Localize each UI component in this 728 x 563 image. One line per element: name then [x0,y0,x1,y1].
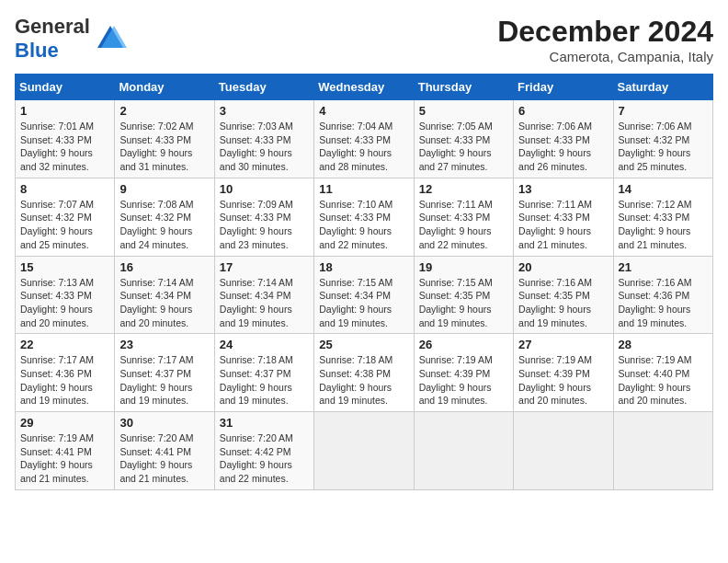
day-number: 12 [419,182,508,196]
logo-icon [94,22,127,55]
month-title: December 2024 [497,15,713,49]
calendar-cell: 14Sunrise: 7:12 AMSunset: 4:33 PMDayligh… [613,178,712,256]
day-number: 11 [319,182,408,196]
calendar-cell: 8Sunrise: 7:07 AMSunset: 4:32 PMDaylight… [16,178,115,256]
day-number: 18 [319,260,408,274]
day-info: Sunrise: 7:15 AMSunset: 4:35 PMDaylight:… [419,276,508,330]
calendar-cell [613,412,712,490]
day-number: 20 [518,260,608,274]
calendar-cell: 24Sunrise: 7:18 AMSunset: 4:37 PMDayligh… [214,334,313,412]
day-info: Sunrise: 7:14 AMSunset: 4:34 PMDaylight:… [220,276,309,330]
day-number: 22 [20,338,109,351]
day-info: Sunrise: 7:20 AMSunset: 4:41 PMDaylight:… [119,431,209,486]
calendar-body: 1Sunrise: 7:01 AMSunset: 4:33 PMDaylight… [16,100,713,490]
day-number: 14 [619,182,708,196]
logo-general: General [15,15,90,38]
calendar-cell: 18Sunrise: 7:15 AMSunset: 4:34 PMDayligh… [314,256,414,334]
calendar-week-4: 22Sunrise: 7:17 AMSunset: 4:36 PMDayligh… [16,334,713,412]
day-info: Sunrise: 7:19 AMSunset: 4:40 PMDaylight:… [619,353,708,408]
day-number: 7 [619,104,708,118]
day-number: 24 [220,338,309,351]
day-info: Sunrise: 7:10 AMSunset: 4:33 PMDaylight:… [319,198,408,252]
calendar-cell: 28Sunrise: 7:19 AMSunset: 4:40 PMDayligh… [613,334,712,412]
day-number: 16 [119,260,209,274]
calendar-cell: 12Sunrise: 7:11 AMSunset: 4:33 PMDayligh… [414,178,513,256]
day-number: 2 [119,104,209,118]
calendar-cell: 21Sunrise: 7:16 AMSunset: 4:36 PMDayligh… [613,256,712,334]
day-number: 3 [220,104,309,118]
calendar-week-2: 8Sunrise: 7:07 AMSunset: 4:32 PMDaylight… [16,178,713,256]
calendar-table: SundayMondayTuesdayWednesdayThursdayFrid… [15,74,713,490]
calendar-cell: 1Sunrise: 7:01 AMSunset: 4:33 PMDaylight… [16,100,115,178]
day-number: 8 [20,182,109,196]
day-number: 1 [20,104,109,118]
calendar-cell: 3Sunrise: 7:03 AMSunset: 4:33 PMDaylight… [214,100,313,178]
calendar-header-row: SundayMondayTuesdayWednesdayThursdayFrid… [16,75,713,100]
day-number: 4 [319,104,408,118]
header: General Blue December 2024 Camerota, Cam… [15,15,713,64]
day-info: Sunrise: 7:06 AMSunset: 4:33 PMDaylight:… [518,120,608,174]
calendar-cell: 25Sunrise: 7:18 AMSunset: 4:38 PMDayligh… [314,334,414,412]
day-info: Sunrise: 7:05 AMSunset: 4:33 PMDaylight:… [419,120,508,174]
day-number: 31 [220,416,309,430]
day-info: Sunrise: 7:08 AMSunset: 4:32 PMDaylight:… [119,198,209,252]
calendar-cell: 19Sunrise: 7:15 AMSunset: 4:35 PMDayligh… [414,256,513,334]
calendar-header-tuesday: Tuesday [214,75,313,100]
day-info: Sunrise: 7:17 AMSunset: 4:37 PMDaylight:… [119,353,209,408]
day-info: Sunrise: 7:11 AMSunset: 4:33 PMDaylight:… [419,198,508,252]
day-info: Sunrise: 7:18 AMSunset: 4:37 PMDaylight:… [220,353,309,408]
calendar-cell: 13Sunrise: 7:11 AMSunset: 4:33 PMDayligh… [514,178,613,256]
day-number: 29 [20,416,109,430]
day-info: Sunrise: 7:20 AMSunset: 4:42 PMDaylight:… [220,431,309,486]
calendar-cell: 4Sunrise: 7:04 AMSunset: 4:33 PMDaylight… [314,100,414,178]
day-number: 17 [220,260,309,274]
calendar-header-saturday: Saturday [613,75,712,100]
day-number: 10 [220,182,309,196]
calendar-week-1: 1Sunrise: 7:01 AMSunset: 4:33 PMDaylight… [16,100,713,178]
calendar-cell [414,412,513,490]
day-info: Sunrise: 7:19 AMSunset: 4:39 PMDaylight:… [419,353,508,408]
calendar-cell: 23Sunrise: 7:17 AMSunset: 4:37 PMDayligh… [115,334,214,412]
calendar-cell: 2Sunrise: 7:02 AMSunset: 4:33 PMDaylight… [115,100,214,178]
day-info: Sunrise: 7:16 AMSunset: 4:35 PMDaylight:… [518,276,608,330]
calendar-cell: 31Sunrise: 7:20 AMSunset: 4:42 PMDayligh… [214,412,313,490]
day-info: Sunrise: 7:09 AMSunset: 4:33 PMDaylight:… [220,198,309,252]
day-info: Sunrise: 7:14 AMSunset: 4:34 PMDaylight:… [119,276,209,330]
calendar-cell: 5Sunrise: 7:05 AMSunset: 4:33 PMDaylight… [414,100,513,178]
day-number: 5 [419,104,508,118]
day-info: Sunrise: 7:12 AMSunset: 4:33 PMDaylight:… [619,198,708,252]
calendar-cell: 10Sunrise: 7:09 AMSunset: 4:33 PMDayligh… [214,178,313,256]
day-info: Sunrise: 7:19 AMSunset: 4:41 PMDaylight:… [20,431,109,486]
calendar-week-5: 29Sunrise: 7:19 AMSunset: 4:41 PMDayligh… [16,412,713,490]
calendar-cell [314,412,414,490]
day-info: Sunrise: 7:01 AMSunset: 4:33 PMDaylight:… [20,120,109,174]
location-title: Camerota, Campania, Italy [497,49,713,64]
calendar-cell: 20Sunrise: 7:16 AMSunset: 4:35 PMDayligh… [514,256,613,334]
calendar-cell: 15Sunrise: 7:13 AMSunset: 4:33 PMDayligh… [16,256,115,334]
logo-blue: Blue [15,39,59,62]
calendar-header-sunday: Sunday [16,75,115,100]
calendar-cell: 26Sunrise: 7:19 AMSunset: 4:39 PMDayligh… [414,334,513,412]
calendar-cell: 30Sunrise: 7:20 AMSunset: 4:41 PMDayligh… [115,412,214,490]
calendar-cell: 11Sunrise: 7:10 AMSunset: 4:33 PMDayligh… [314,178,414,256]
calendar-cell: 17Sunrise: 7:14 AMSunset: 4:34 PMDayligh… [214,256,313,334]
day-number: 27 [518,338,608,351]
day-info: Sunrise: 7:15 AMSunset: 4:34 PMDaylight:… [319,276,408,330]
day-info: Sunrise: 7:13 AMSunset: 4:33 PMDaylight:… [20,276,109,330]
day-info: Sunrise: 7:16 AMSunset: 4:36 PMDaylight:… [619,276,708,330]
day-info: Sunrise: 7:03 AMSunset: 4:33 PMDaylight:… [220,120,309,174]
day-info: Sunrise: 7:04 AMSunset: 4:33 PMDaylight:… [319,120,408,174]
calendar-week-3: 15Sunrise: 7:13 AMSunset: 4:33 PMDayligh… [16,256,713,334]
calendar-cell: 22Sunrise: 7:17 AMSunset: 4:36 PMDayligh… [16,334,115,412]
day-number: 21 [619,260,708,274]
calendar-header-friday: Friday [514,75,613,100]
day-number: 19 [419,260,508,274]
day-info: Sunrise: 7:07 AMSunset: 4:32 PMDaylight:… [20,198,109,252]
day-number: 26 [419,338,508,351]
calendar-cell [514,412,613,490]
day-number: 28 [619,338,708,351]
day-info: Sunrise: 7:06 AMSunset: 4:32 PMDaylight:… [619,120,708,174]
calendar-cell: 6Sunrise: 7:06 AMSunset: 4:33 PMDaylight… [514,100,613,178]
day-info: Sunrise: 7:19 AMSunset: 4:39 PMDaylight:… [518,353,608,408]
calendar-cell: 29Sunrise: 7:19 AMSunset: 4:41 PMDayligh… [16,412,115,490]
